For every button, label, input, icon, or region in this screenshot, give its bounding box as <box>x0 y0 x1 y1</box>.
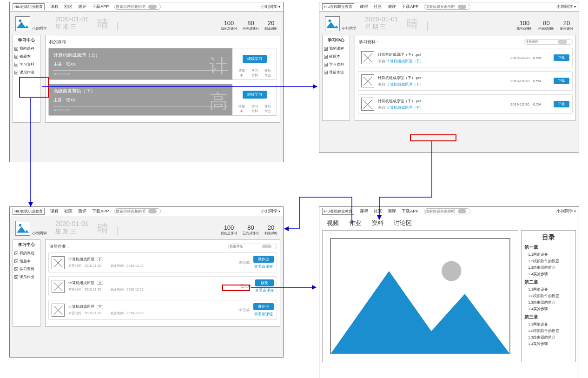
brand-logo[interactable]: HiU在线职业教育 <box>13 208 45 215</box>
tab-discuss[interactable]: 讨论区 <box>394 219 412 227</box>
search-go-icon[interactable] <box>558 40 567 44</box>
toc-item[interactable]: 1.1网络设备 <box>528 287 573 292</box>
stat-done-t: 已完成课时 <box>243 27 259 31</box>
view-course-link[interactable]: 查看该课程 <box>255 288 274 293</box>
search-input[interactable] <box>425 5 458 9</box>
mini-link-homework[interactable]: 课后作业 <box>264 104 271 113</box>
sidebar-item-materials[interactable]: 学习资料 <box>14 266 39 272</box>
nav-courses[interactable]: 课程 <box>50 4 59 10</box>
sidebar-item-my-courses[interactable]: 我的课程 <box>14 46 39 51</box>
search-go-icon[interactable] <box>148 209 157 213</box>
material-course-link[interactable]: 计算机组成原理（下） <box>386 82 423 86</box>
nav-community[interactable]: 社区 <box>64 4 73 10</box>
sidebar-item-homework[interactable]: 课后作业 <box>324 70 348 75</box>
toc-item[interactable]: 1.4实验步骤 <box>528 272 573 277</box>
sidebar-item-mistakes[interactable]: 错题本 <box>14 259 39 264</box>
toc-item[interactable]: 1.2模拟软件的设置 <box>528 293 573 298</box>
mini-link-materials[interactable]: 学习资料 <box>251 104 258 113</box>
search-go-icon[interactable] <box>148 5 157 9</box>
svg-marker-3 <box>326 22 338 28</box>
toc-item[interactable]: 1.4实验步骤 <box>528 306 573 312</box>
toc-item[interactable]: 1.3路由器的简介 <box>528 335 573 340</box>
continue-button[interactable]: 继续学习 <box>243 91 267 99</box>
material-course-link[interactable]: 计算机组成原理（下） <box>386 59 423 63</box>
global-search[interactable] <box>114 4 161 10</box>
screen-homework: HiU在线职业教育 课程 社区 测评 下载APP 小刘同学▾ 小刘同学 2020… <box>9 206 284 358</box>
edit-homework-button[interactable]: 修改 <box>255 279 274 286</box>
sidebar-item-mistakes[interactable]: 错题本 <box>14 54 39 59</box>
nav-community[interactable]: 社区 <box>374 4 382 10</box>
svg-marker-1 <box>17 22 29 28</box>
nav-test[interactable]: 测评 <box>388 4 396 10</box>
course-name: 高级商务英语（下） <box>53 88 228 94</box>
toc-item[interactable]: 1.2模拟软件的设置 <box>528 328 573 333</box>
toc-item[interactable]: 1.3路由器的简介 <box>528 265 573 270</box>
tab-homework[interactable]: 作业 <box>349 219 361 227</box>
course-teacher: 主讲：张XX <box>53 61 228 67</box>
nav-download[interactable]: 下载APP <box>402 4 418 10</box>
search-go-icon[interactable] <box>458 5 466 9</box>
toc-item[interactable]: 1.1网络设备 <box>528 322 573 327</box>
avatar[interactable] <box>15 16 30 31</box>
square-x-icon <box>324 47 328 51</box>
course-search[interactable] <box>524 39 573 45</box>
search-go-icon[interactable] <box>458 209 466 213</box>
user-menu[interactable]: 小刘同学▾ <box>261 208 280 214</box>
search-input[interactable] <box>116 209 148 213</box>
sidebar-item-homework[interactable]: 课后作业 <box>14 70 39 75</box>
svg-marker-5 <box>17 226 29 232</box>
course-card[interactable]: 计算机组成原理（上） 主讲：张XX 2019-10-13 计 继续学习 错题本 … <box>48 48 277 80</box>
do-homework-button[interactable]: 做作业 <box>253 256 274 263</box>
toc-chapter[interactable]: 第三章 <box>524 314 573 320</box>
nav-courses[interactable]: 课程 <box>360 4 368 10</box>
user-header: 小刘同学 2020-01-01 星期三 晴 | 100我的总课时 80已完成课时… <box>10 12 283 35</box>
mini-link-mistakes[interactable]: 错题本 <box>238 104 245 113</box>
download-button[interactable]: 下载 <box>554 78 569 84</box>
user-menu[interactable]: 小刘同学▾ <box>556 4 576 10</box>
toc-item[interactable]: 1.4实验步骤 <box>528 341 573 346</box>
do-homework-button[interactable]: 做作业 <box>253 303 274 310</box>
main-panel: 课后作业： 计算机组成原理（下） 布置时间：2019-11-30截止时间：201… <box>45 239 280 327</box>
sidebar-item-materials[interactable]: 学习资料 <box>14 62 39 67</box>
download-button[interactable]: 下载 <box>554 54 569 61</box>
course-search[interactable] <box>228 244 277 249</box>
toc-item[interactable]: 1.3路由器的简介 <box>528 300 573 305</box>
course-search-input[interactable] <box>525 40 558 43</box>
search-go-icon[interactable] <box>262 245 271 248</box>
mini-link-mistakes[interactable]: 错题本 <box>238 68 245 78</box>
sidebar-item-mistakes[interactable]: 错题本 <box>324 54 348 59</box>
brand-logo[interactable]: HiU在线职业教育 <box>13 3 45 10</box>
user-menu[interactable]: 小刘同学▾ <box>556 208 576 214</box>
course-search-input[interactable] <box>230 245 262 248</box>
download-button[interactable]: 下载 <box>554 101 569 107</box>
sidebar-item-homework[interactable]: 课后作业 <box>14 274 39 279</box>
avatar[interactable] <box>15 221 30 236</box>
toc-item[interactable]: 1.2模拟软件的设置 <box>528 259 573 264</box>
course-card[interactable]: 高级商务英语（下） 主讲：张XX 2019-10-13 高 继续学习 错题本 学… <box>48 84 277 116</box>
user-menu[interactable]: 小刘同学 ▾ <box>261 4 280 10</box>
continue-button[interactable]: 继续学习 <box>243 55 267 63</box>
avatar[interactable] <box>325 16 340 31</box>
toc-item[interactable]: 1.1网络设备 <box>528 252 573 257</box>
tab-video[interactable]: 视频 <box>327 219 339 227</box>
mini-link-materials[interactable]: 学习资料 <box>251 68 258 78</box>
view-course-link[interactable]: 查看该课程 <box>254 264 273 269</box>
search-input[interactable] <box>425 209 458 213</box>
sidebar-item-my-courses[interactable]: 我的课程 <box>14 251 39 256</box>
brand-logo[interactable]: HiU在线职业教育 <box>322 3 354 10</box>
tab-materials[interactable]: 资料 <box>371 219 383 227</box>
chevron-down-icon: ▾ <box>574 5 576 9</box>
search-input[interactable] <box>116 5 148 9</box>
nav-test[interactable]: 测评 <box>78 4 86 10</box>
brand-logo[interactable]: HiU在线职业教育 <box>322 208 354 215</box>
view-course-link[interactable]: 查看该课程 <box>254 312 273 317</box>
file-icon <box>361 74 374 87</box>
sidebar-item-materials[interactable]: 学习资料 <box>324 62 348 67</box>
sidebar-item-my-courses[interactable]: 我的课程 <box>324 46 348 51</box>
toc-chapter[interactable]: 第一章 <box>524 244 573 251</box>
homework-name: 计算机组成原理（下） <box>68 257 144 262</box>
nav-download[interactable]: 下载APP <box>92 4 109 10</box>
material-course-link[interactable]: 计算机组成原理（下） <box>386 106 423 110</box>
mini-link-homework[interactable]: 课后作业 <box>264 68 271 78</box>
toc-chapter[interactable]: 第二章 <box>524 279 573 285</box>
